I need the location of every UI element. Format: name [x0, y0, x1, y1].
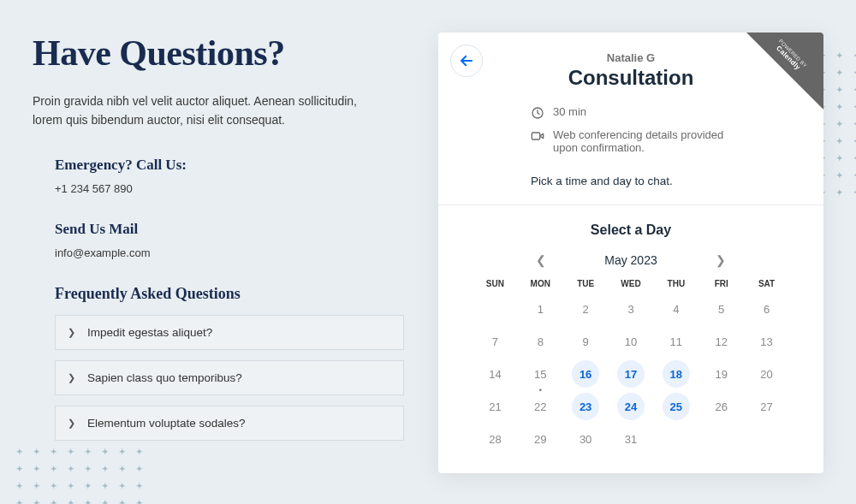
svg-rect-2 — [532, 133, 539, 139]
video-icon — [531, 129, 544, 143]
chevron-right-icon: ❯ — [68, 327, 75, 338]
calendar-day — [473, 295, 518, 323]
calendar-day-available[interactable]: 16 — [572, 360, 599, 388]
faq-item-2[interactable]: ❯Elementum voluptate sodales? — [55, 406, 404, 441]
calendar-day: 8 — [518, 328, 563, 355]
faq-item-0[interactable]: ❯Impedit egestas aliquet? — [55, 315, 404, 350]
calendar-day: 20 — [744, 360, 789, 388]
calendar-day: 21 — [473, 393, 518, 420]
select-day-heading: Select a Day — [438, 205, 823, 250]
conferencing-text: Web conferencing details provided upon c… — [553, 128, 731, 154]
mail-heading: Send Us Mail — [55, 221, 404, 238]
faq-question: Impedit egestas aliquet? — [87, 326, 212, 339]
calendar-day: 7 — [473, 328, 518, 355]
chevron-right-icon: ❯ — [68, 372, 75, 383]
back-button[interactable] — [450, 44, 483, 77]
dow-label: SUN — [473, 279, 518, 288]
calendar-day: 28 — [473, 425, 518, 453]
calendar-day-available[interactable]: 23 — [572, 393, 599, 420]
month-label: May 2023 — [604, 253, 657, 267]
calendar-day-available[interactable]: 24 — [617, 393, 645, 420]
faq-question: Sapien class quo temporibus? — [87, 371, 242, 384]
next-month-button[interactable]: ❯ — [709, 250, 733, 270]
dow-label: FRI — [698, 279, 744, 288]
clock-icon — [531, 106, 544, 120]
calendar-day-available[interactable]: 18 — [663, 360, 690, 388]
calendar-day — [744, 425, 789, 453]
calendar-day: 31 — [609, 425, 654, 453]
page-title: Have Questions? — [33, 33, 404, 74]
calendar-day: 2 — [563, 295, 609, 323]
calendar-day: 5 — [698, 295, 744, 323]
calendar-day: 9 — [563, 328, 609, 355]
calendar-day: 30 — [563, 425, 609, 453]
calendar-day: 29 — [518, 425, 563, 453]
dow-label: SAT — [744, 279, 789, 288]
calendar-day-available[interactable]: 25 — [663, 393, 690, 420]
dow-label: THU — [653, 279, 698, 288]
duration-text: 30 min — [553, 105, 586, 118]
dow-label: MON — [518, 279, 563, 288]
calendar-day: 15• — [518, 360, 563, 388]
arrow-left-icon — [459, 53, 474, 68]
booking-widget: POWERED BY Calendly Natalie G Consultati… — [438, 33, 823, 473]
dow-label: TUE — [563, 279, 609, 288]
calendar-day: 12 — [698, 328, 744, 355]
calendar-day-available[interactable]: 17 — [617, 360, 645, 388]
prev-month-button[interactable]: ❮ — [529, 250, 553, 270]
calendar-day: 13 — [744, 328, 789, 355]
calendar-day: 14 — [473, 360, 518, 388]
calendar-day: 3 — [609, 295, 654, 323]
calendar-day: 26 — [698, 393, 744, 420]
faq-heading: Frequently Asked Questions — [55, 285, 404, 303]
dow-label: WED — [609, 279, 654, 288]
calendar-day: 27 — [744, 393, 789, 420]
widget-description: Pick a time and day to chat. — [438, 175, 823, 205]
calendar-day: 11 — [653, 328, 698, 355]
calendar-day: 22 — [518, 393, 563, 420]
calendar-day: 19 — [698, 360, 744, 388]
chevron-right-icon: ❯ — [68, 418, 75, 429]
calendar-day — [698, 425, 744, 453]
lead-text: Proin gravida nibh vel velit auctor aliq… — [33, 92, 375, 129]
faq-question: Elementum voluptate sodales? — [87, 417, 246, 430]
calendar-day: 4 — [653, 295, 698, 323]
calendar-day: 1 — [518, 295, 563, 323]
calendar-day: 6 — [744, 295, 789, 323]
email-address: info@example.com — [55, 246, 404, 259]
calendar-day — [653, 425, 698, 453]
calendar-day: 10 — [609, 328, 654, 355]
faq-item-1[interactable]: ❯Sapien class quo temporibus? — [55, 360, 404, 395]
phone-number: +1 234 567 890 — [55, 182, 404, 195]
emergency-heading: Emergency? Call Us: — [55, 157, 404, 174]
